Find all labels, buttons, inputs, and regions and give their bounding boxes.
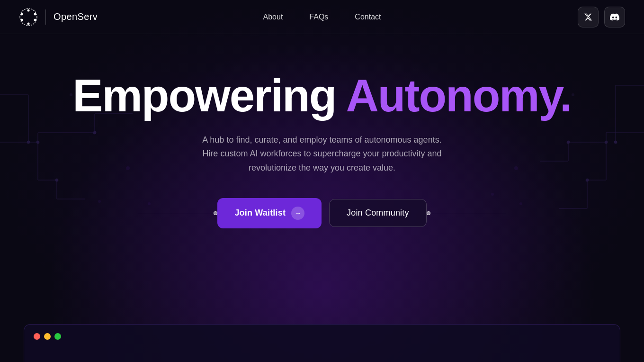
nav-link-faqs[interactable]: FAQs	[298, 9, 340, 25]
hero-section: Empowering Autonomy. A hub to find, cura…	[0, 34, 644, 228]
arrow-icon: →	[291, 207, 304, 220]
nav-link-about[interactable]: About	[252, 9, 295, 25]
join-waitlist-button[interactable]: Join Waitlist →	[217, 198, 322, 228]
svg-point-19	[34, 18, 36, 21]
svg-point-22	[21, 13, 23, 15]
hero-title-white: Empowering	[72, 70, 336, 121]
left-connector-line	[138, 213, 214, 213]
hero-title-purple: Autonomy.	[346, 70, 572, 121]
nav-social	[578, 7, 625, 27]
window-close-dot	[34, 333, 40, 340]
right-connector-line	[430, 213, 506, 213]
svg-point-21	[21, 18, 23, 21]
brand-name: OpenServ	[54, 11, 98, 22]
logo-divider	[45, 9, 46, 25]
community-label: Join Community	[347, 208, 409, 217]
hero-title: Empowering Autonomy.	[72, 72, 571, 120]
svg-point-20	[27, 22, 30, 25]
join-community-button[interactable]: Join Community	[329, 199, 427, 227]
nav-brand: OpenServ	[19, 8, 98, 27]
logo-icon	[19, 8, 38, 27]
right-connector-dot	[427, 211, 430, 215]
window-minimize-dot	[44, 333, 51, 340]
navbar: OpenServ About FAQs Contact	[0, 0, 644, 34]
hero-buttons: Join Waitlist → Join Community	[138, 198, 506, 228]
waitlist-label: Join Waitlist	[234, 208, 286, 218]
bottom-window-preview	[24, 324, 620, 362]
svg-point-17	[27, 9, 30, 11]
left-connector	[138, 211, 217, 215]
left-connector-dot	[214, 211, 217, 215]
twitter-button[interactable]	[578, 7, 599, 27]
nav-link-contact[interactable]: Contact	[343, 9, 392, 25]
svg-point-18	[34, 13, 36, 15]
right-connector	[427, 211, 506, 215]
window-traffic-lights	[34, 333, 61, 340]
window-maximize-dot	[54, 333, 61, 340]
discord-button[interactable]	[604, 7, 625, 27]
nav-links: About FAQs Contact	[252, 9, 393, 25]
hero-subtitle: A hub to find, curate, and employ teams …	[194, 133, 450, 175]
